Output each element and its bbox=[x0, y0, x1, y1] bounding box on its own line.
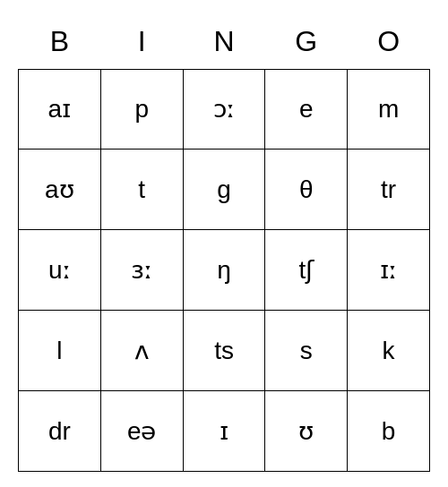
table-cell: ʊ bbox=[265, 391, 348, 472]
table-row: lʌtssk bbox=[19, 311, 430, 391]
table-cell: g bbox=[183, 150, 265, 230]
table-row: aɪpɔːem bbox=[19, 69, 430, 150]
table-cell: e bbox=[265, 69, 348, 150]
table-cell: k bbox=[348, 311, 430, 391]
bingo-card: B I N G O aɪpɔːemaʊtgθtruːɜːŋtʃɪːlʌtsskd… bbox=[18, 15, 430, 472]
table-cell: ɜː bbox=[100, 230, 183, 311]
table-cell: b bbox=[348, 391, 430, 472]
table-cell: ts bbox=[183, 311, 265, 391]
header-i: I bbox=[100, 15, 183, 69]
table-cell: t bbox=[100, 150, 183, 230]
header-o: O bbox=[348, 15, 430, 69]
table-cell: aɪ bbox=[19, 69, 101, 150]
header-n: N bbox=[183, 15, 265, 69]
bingo-body: aɪpɔːemaʊtgθtruːɜːŋtʃɪːlʌtsskdreəɪʊb bbox=[19, 69, 430, 472]
table-cell: ɪː bbox=[348, 230, 430, 311]
table-row: aʊtgθtr bbox=[19, 150, 430, 230]
table-cell: ɔː bbox=[183, 69, 265, 150]
table-cell: ʌ bbox=[100, 311, 183, 391]
table-cell: l bbox=[19, 311, 101, 391]
header-row: B I N G O bbox=[19, 15, 430, 69]
table-cell: tr bbox=[348, 150, 430, 230]
table-cell: s bbox=[265, 311, 348, 391]
table-cell: m bbox=[348, 69, 430, 150]
table-cell: dr bbox=[19, 391, 101, 472]
table-cell: ŋ bbox=[183, 230, 265, 311]
header-g: G bbox=[265, 15, 348, 69]
table-cell: aʊ bbox=[19, 150, 101, 230]
bingo-table: B I N G O aɪpɔːemaʊtgθtruːɜːŋtʃɪːlʌtsskd… bbox=[18, 15, 430, 472]
table-cell: ɪ bbox=[183, 391, 265, 472]
header-b: B bbox=[19, 15, 101, 69]
table-cell: uː bbox=[19, 230, 101, 311]
table-cell: eə bbox=[100, 391, 183, 472]
table-row: uːɜːŋtʃɪː bbox=[19, 230, 430, 311]
table-cell: tʃ bbox=[265, 230, 348, 311]
table-cell: p bbox=[100, 69, 183, 150]
table-cell: θ bbox=[265, 150, 348, 230]
table-row: dreəɪʊb bbox=[19, 391, 430, 472]
